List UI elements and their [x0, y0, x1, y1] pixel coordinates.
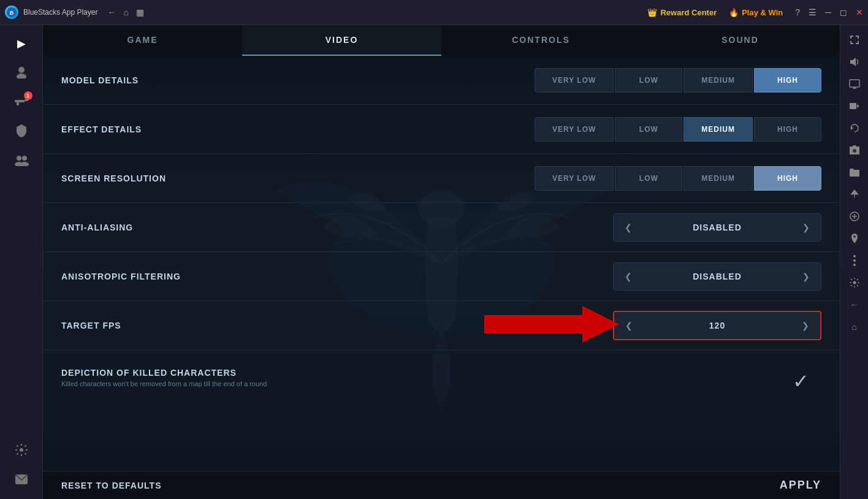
res-high-btn[interactable]: HIGH	[754, 166, 821, 191]
right-home-icon[interactable]: ⌂	[845, 317, 864, 337]
sidebar-gun-button[interactable]: 1	[8, 89, 35, 116]
location-icon[interactable]	[845, 229, 864, 248]
anisotropic-value: DISABLED	[643, 263, 791, 290]
crown-icon: 👑	[647, 8, 657, 17]
effect-high-btn[interactable]: HIGH	[754, 117, 821, 142]
record-icon[interactable]	[845, 96, 864, 116]
svg-rect-17	[850, 80, 859, 87]
tab-controls[interactable]: CONTROLS	[441, 25, 641, 56]
svg-text:B: B	[10, 10, 14, 16]
window-controls: ? ☰ ─ ◻ ✕	[795, 7, 863, 17]
effect-medium-btn[interactable]: MEDIUM	[683, 117, 753, 142]
tab-game[interactable]: GAME	[43, 25, 242, 56]
airplane-icon[interactable]	[845, 185, 864, 204]
svg-point-11	[20, 448, 23, 452]
settings-rows: MODEL DETAILS VERY LOW LOW MEDIUM HIGH E…	[43, 56, 840, 405]
maximize-icon[interactable]: ◻	[840, 7, 847, 17]
eraser-icon[interactable]	[845, 207, 864, 226]
target-fps-next-btn[interactable]: ❯	[791, 312, 820, 339]
app-logo: B	[5, 6, 18, 19]
model-medium-btn[interactable]: MEDIUM	[683, 68, 753, 93]
anti-aliasing-value: DISABLED	[643, 214, 791, 241]
tab-sound[interactable]: SOUND	[641, 25, 840, 56]
svg-point-7	[17, 156, 21, 161]
model-details-options: VERY LOW LOW MEDIUM HIGH	[535, 68, 821, 93]
target-fps-row: TARGET FPS ❮ 120 ❯	[43, 301, 840, 350]
svg-point-27	[853, 235, 856, 238]
reset-defaults-button[interactable]: RESET TO DEFAULTS	[61, 481, 162, 490]
sidebar-settings-button[interactable]	[8, 438, 35, 465]
res-low-btn[interactable]: LOW	[615, 166, 682, 191]
mail-icon	[15, 474, 28, 488]
main-area: ▶ 1	[0, 25, 868, 499]
menu-icon[interactable]: ☰	[809, 7, 817, 17]
model-high-btn[interactable]: HIGH	[754, 68, 821, 93]
gun-badge: 1	[24, 91, 32, 100]
sidebar-group-button[interactable]	[8, 148, 35, 175]
sidebar-play-button[interactable]: ▶	[8, 30, 35, 57]
close-icon[interactable]: ✕	[856, 7, 863, 17]
svg-marker-21	[857, 104, 859, 108]
profile-icon	[15, 65, 28, 82]
right-settings-icon[interactable]	[845, 273, 864, 292]
folder-icon[interactable]	[845, 162, 864, 182]
svg-point-8	[22, 156, 27, 161]
model-details-label: MODEL DETAILS	[61, 75, 535, 85]
res-very-low-btn[interactable]: VERY LOW	[535, 166, 614, 191]
camera-icon[interactable]	[845, 140, 864, 160]
help-icon[interactable]: ?	[795, 7, 800, 17]
target-fps-prev-btn[interactable]: ❮	[614, 312, 644, 339]
minimize-icon[interactable]: ─	[825, 7, 831, 17]
left-sidebar: ▶ 1	[0, 25, 43, 499]
fire-icon: 🔥	[729, 8, 739, 17]
anisotropic-selector: ❮ DISABLED ❯	[613, 262, 821, 291]
svg-point-23	[853, 149, 856, 153]
svg-marker-22	[851, 126, 853, 130]
anti-aliasing-prev-btn[interactable]: ❮	[614, 214, 643, 241]
bottom-bar: RESET TO DEFAULTS APPLY	[43, 471, 840, 499]
anisotropic-row: ANISOTROPIC FILTERING ❮ DISABLED ❯	[43, 252, 840, 301]
rotate-icon[interactable]	[845, 118, 864, 138]
svg-point-3	[17, 74, 26, 78]
anti-aliasing-next-btn[interactable]: ❯	[791, 214, 821, 241]
more-options-icon[interactable]	[845, 251, 864, 270]
target-fps-value: 120	[644, 312, 791, 339]
sidebar-mail-button[interactable]	[8, 467, 35, 494]
title-bar: B BlueStacks App Player ← ⌂ ▦ 👑 Reward C…	[0, 0, 868, 25]
play-win-button[interactable]: 🔥 Play & Win	[729, 8, 783, 17]
multi-window-icon[interactable]: ▦	[136, 7, 144, 17]
effect-low-btn[interactable]: LOW	[615, 117, 682, 142]
volume-icon[interactable]	[845, 52, 864, 72]
settings-tabs: GAME VIDEO CONTROLS SOUND	[43, 25, 840, 56]
svg-rect-20	[850, 103, 856, 109]
screen-icon[interactable]	[845, 74, 864, 94]
shield-icon	[15, 123, 28, 141]
apply-button[interactable]: APPLY	[780, 479, 821, 492]
model-very-low-btn[interactable]: VERY LOW	[535, 68, 614, 93]
home-nav-icon[interactable]: ⌂	[123, 7, 128, 17]
model-low-btn[interactable]: LOW	[615, 68, 682, 93]
sidebar-profile-button[interactable]	[8, 59, 35, 86]
anisotropic-next-btn[interactable]: ❯	[791, 263, 821, 290]
svg-rect-6	[17, 102, 19, 105]
tab-video[interactable]: VIDEO	[242, 25, 441, 56]
anisotropic-prev-btn[interactable]: ❮	[614, 263, 643, 290]
effect-very-low-btn[interactable]: VERY LOW	[535, 117, 614, 142]
anti-aliasing-selector: ❮ DISABLED ❯	[613, 213, 821, 242]
anti-aliasing-label: ANTI-ALIASING	[61, 223, 613, 232]
nav-icons: ← ⌂ ▦	[107, 7, 143, 17]
depiction-label: DEPICTION OF KILLED CHARACTERS Killed ch…	[61, 368, 821, 387]
svg-rect-4	[15, 100, 25, 102]
expand-icon[interactable]	[845, 30, 864, 50]
svg-point-2	[18, 67, 25, 73]
content-area: GAME VIDEO CONTROLS SOUND	[43, 25, 840, 499]
sidebar-shield-button[interactable]	[8, 118, 35, 145]
back-nav-icon[interactable]: ←	[107, 7, 116, 17]
depiction-sublabel: Killed characters won't be removed from …	[61, 380, 821, 387]
reward-center-button[interactable]: 👑 Reward Center	[647, 8, 717, 17]
play-win-label: Play & Win	[742, 8, 783, 17]
depiction-checkmark[interactable]: ✓	[793, 370, 809, 393]
res-medium-btn[interactable]: MEDIUM	[683, 166, 753, 191]
right-back-icon[interactable]: ←	[845, 295, 864, 314]
screen-resolution-options: VERY LOW LOW MEDIUM HIGH	[535, 166, 821, 191]
